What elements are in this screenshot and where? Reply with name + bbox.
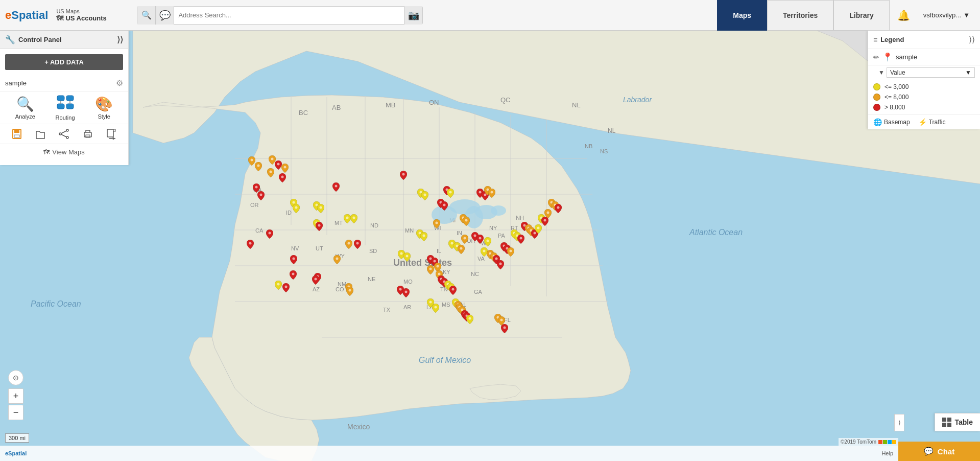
search-icon-btn[interactable]: 🔍	[137, 6, 156, 25]
user-menu[interactable]: vsfboxvilyp... ▼	[918, 11, 975, 19]
add-data-btn[interactable]: + ADD DATA	[5, 54, 123, 70]
table-btn[interactable]: Table	[935, 413, 980, 431]
print-btn[interactable]	[82, 128, 93, 140]
map-marker[interactable]	[312, 275, 319, 286]
map-marker[interactable]	[484, 237, 491, 248]
map-marker[interactable]	[255, 162, 262, 173]
svg-point-112	[399, 288, 402, 291]
map-marker[interactable]	[247, 240, 254, 250]
map-marker[interactable]	[421, 191, 428, 202]
map-marker[interactable]	[317, 204, 324, 215]
map-marker[interactable]	[441, 201, 448, 212]
analyze-icon: 🔍	[16, 96, 34, 112]
map-marker[interactable]	[346, 287, 353, 297]
style-tool[interactable]: 🎨 Style	[95, 96, 113, 120]
map-marker[interactable]	[476, 235, 484, 245]
map-marker[interactable]	[447, 189, 454, 199]
search-input[interactable]	[174, 11, 404, 19]
map-marker[interactable]	[332, 182, 340, 193]
map-marker[interactable]	[501, 324, 508, 335]
save-btn[interactable]	[11, 128, 22, 140]
breadcrumb-bottom[interactable]: 🗺 US Accounts	[56, 14, 128, 22]
analyze-tool[interactable]: 🔍 Analyze	[15, 96, 35, 120]
footer-brand[interactable]: eSpatial	[5, 450, 27, 456]
svg-point-165	[491, 191, 493, 194]
map-marker[interactable]	[466, 315, 473, 326]
map-marker[interactable]	[344, 214, 351, 225]
traffic-btn[interactable]: ⚡ Traffic	[918, 118, 946, 126]
map-marker[interactable]	[282, 283, 290, 294]
breadcrumb-top[interactable]: US Maps	[56, 8, 128, 14]
screenshot-btn[interactable]: 📷	[404, 6, 422, 25]
footer-help[interactable]: Help	[881, 450, 893, 456]
legend-dot-low	[873, 83, 880, 90]
map-marker[interactable]	[433, 219, 440, 230]
layer-settings-icon[interactable]: ⚙	[116, 78, 123, 88]
map-marker[interactable]	[316, 222, 323, 233]
map-marker[interactable]	[354, 240, 361, 250]
zoom-in-btn[interactable]: +	[8, 388, 23, 404]
map-marker[interactable]	[403, 252, 411, 263]
zoom-out-btn[interactable]: −	[8, 405, 23, 420]
add-point-btn[interactable]: 💬	[156, 6, 174, 25]
map-area[interactable]: Pacific Ocean Atlantic Ocean Gulf of Mex…	[0, 31, 980, 461]
map-marker[interactable]	[257, 191, 265, 202]
map-marker[interactable]	[350, 214, 357, 225]
tab-library[interactable]: Library	[833, 0, 889, 31]
map-marker[interactable]	[290, 255, 297, 266]
actions-row	[0, 124, 128, 144]
open-btn[interactable]	[35, 128, 46, 140]
routing-tool[interactable]: Routing	[56, 95, 75, 121]
map-marker[interactable]	[267, 168, 274, 179]
chat-btn[interactable]: 💬 Chat	[898, 442, 980, 461]
map-marker[interactable]	[461, 235, 468, 245]
map-marker[interactable]	[463, 217, 470, 227]
view-maps-btn[interactable]: 🗺 View Maps	[43, 148, 84, 156]
map-marker[interactable]	[248, 156, 255, 167]
map-marker[interactable]	[281, 164, 289, 174]
tab-maps[interactable]: Maps	[717, 0, 767, 31]
map-marker[interactable]	[333, 255, 341, 266]
notification-bell-btn[interactable]: 🔔	[894, 5, 914, 26]
svg-rect-191	[107, 129, 113, 137]
map-marker[interactable]	[402, 288, 410, 299]
map-marker[interactable]	[279, 173, 286, 184]
map-marker[interactable]	[293, 204, 300, 215]
share-btn[interactable]	[58, 128, 69, 140]
map-marker[interactable]	[488, 189, 495, 199]
map-marker[interactable]	[458, 245, 465, 256]
basemap-btn[interactable]: 🌐 Basemap	[873, 118, 910, 126]
map-marker[interactable]	[535, 224, 542, 235]
map-marker[interactable]	[275, 281, 282, 291]
table-grid-icon	[942, 418, 951, 427]
legend-label-mid: <= 8,000	[885, 94, 909, 101]
map-marker[interactable]	[266, 229, 273, 240]
map-marker[interactable]	[517, 235, 524, 245]
svg-point-135	[460, 247, 463, 250]
map-marker[interactable]	[400, 171, 407, 181]
legend-expand-btn[interactable]: ⟩⟩	[969, 35, 975, 44]
map-marker[interactable]	[544, 209, 552, 220]
map-marker[interactable]	[345, 240, 352, 250]
map-marker[interactable]	[290, 270, 297, 281]
table-collapse-btn[interactable]: ⟩	[894, 414, 904, 431]
legend-edit-icon[interactable]: ✏	[873, 53, 879, 61]
export-btn[interactable]	[106, 128, 117, 140]
map-marker[interactable]	[507, 247, 514, 258]
tab-territories[interactable]: Territories	[767, 0, 833, 31]
map-marker[interactable]	[497, 260, 504, 271]
svg-point-88	[318, 224, 321, 227]
svg-point-106	[424, 194, 426, 196]
map-marker[interactable]	[275, 160, 282, 171]
logo[interactable]: eSpatial	[5, 9, 48, 22]
map-marker[interactable]	[555, 204, 562, 215]
legend-collapse-arrow[interactable]: ▼	[878, 69, 885, 76]
map-marker[interactable]	[420, 232, 427, 243]
legend-value-dropdown[interactable]: Value ▼	[887, 67, 975, 78]
zoom-reset-btn[interactable]: ⊙	[8, 370, 23, 385]
map-marker[interactable]	[449, 286, 457, 296]
cp-collapse-btn[interactable]: ⟩⟩	[117, 35, 123, 44]
map-marker[interactable]	[432, 304, 439, 314]
map-marker[interactable]	[427, 265, 434, 276]
svg-point-114	[429, 301, 432, 304]
